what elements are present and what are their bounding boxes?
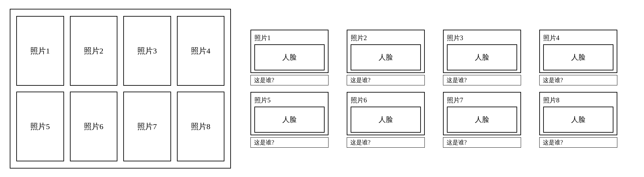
right-photo-entry-4: 照片4人脸这是谁? bbox=[539, 30, 628, 85]
right-photo-entry-1: 照片1人脸这是谁? bbox=[250, 30, 339, 85]
face-box-1: 人脸 bbox=[254, 44, 325, 70]
photo-title-6: 照片6 bbox=[351, 96, 421, 105]
question-label-8: 这是谁? bbox=[539, 137, 617, 148]
photo-title-7: 照片7 bbox=[447, 96, 517, 105]
left-photo-card-1: 照片1 bbox=[16, 16, 64, 86]
left-photo-grid: 照片1照片2照片3照片4照片5照片6照片7照片8 bbox=[10, 9, 231, 169]
photo-title-8: 照片8 bbox=[543, 96, 613, 105]
right-photo-entry-2: 照片2人脸这是谁? bbox=[347, 30, 435, 85]
left-photo-card-7: 照片7 bbox=[123, 92, 171, 161]
face-box-2: 人脸 bbox=[351, 44, 421, 70]
question-label-7: 这是谁? bbox=[443, 137, 521, 148]
right-photo-entry-7: 照片7人脸这是谁? bbox=[443, 92, 531, 148]
left-photo-card-3: 照片3 bbox=[123, 16, 171, 86]
question-label-1: 这是谁? bbox=[250, 75, 329, 85]
face-box-6: 人脸 bbox=[351, 107, 421, 133]
right-photo-entry-5: 照片5人脸这是谁? bbox=[250, 92, 339, 148]
left-photo-card-2: 照片2 bbox=[70, 16, 118, 86]
face-box-8: 人脸 bbox=[543, 107, 613, 133]
question-label-4: 这是谁? bbox=[539, 75, 617, 85]
left-photo-card-6: 照片6 bbox=[70, 92, 118, 161]
face-box-7: 人脸 bbox=[447, 107, 517, 133]
right-photo-entry-6: 照片6人脸这是谁? bbox=[347, 92, 435, 148]
right-photo-grid: 照片1人脸这是谁?照片2人脸这是谁?照片3人脸这是谁?照片4人脸这是谁?照片5人… bbox=[250, 30, 628, 148]
left-photo-card-5: 照片5 bbox=[16, 92, 64, 161]
face-box-5: 人脸 bbox=[254, 107, 325, 133]
photo-title-2: 照片2 bbox=[351, 34, 421, 42]
face-box-4: 人脸 bbox=[543, 44, 613, 70]
right-photo-entry-3: 照片3人脸这是谁? bbox=[443, 30, 531, 85]
right-photo-entry-8: 照片8人脸这是谁? bbox=[539, 92, 628, 148]
question-label-2: 这是谁? bbox=[347, 75, 425, 85]
face-box-3: 人脸 bbox=[447, 44, 517, 70]
question-label-5: 这是谁? bbox=[250, 137, 329, 148]
photo-title-5: 照片5 bbox=[254, 96, 325, 105]
question-label-3: 这是谁? bbox=[443, 75, 521, 85]
question-label-6: 这是谁? bbox=[347, 137, 425, 148]
left-photo-card-8: 照片8 bbox=[177, 92, 225, 161]
left-photo-card-4: 照片4 bbox=[177, 16, 225, 86]
photo-title-3: 照片3 bbox=[447, 34, 517, 42]
photo-title-1: 照片1 bbox=[254, 34, 325, 42]
photo-title-4: 照片4 bbox=[543, 34, 613, 42]
